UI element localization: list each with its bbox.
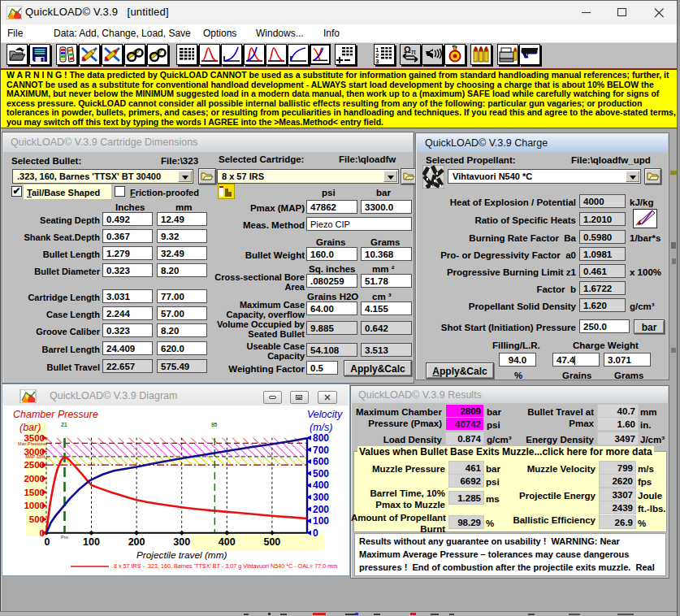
svg-text:500: 500 xyxy=(29,514,45,524)
svg-text:Projectile travel (mm): Projectile travel (mm) xyxy=(136,549,227,561)
svg-text:Ω: Ω xyxy=(404,45,411,54)
svg-text:1500: 1500 xyxy=(24,488,45,497)
svg-text:MA: MA xyxy=(39,463,46,468)
svg-text:1000: 1000 xyxy=(24,501,45,510)
svg-text:400: 400 xyxy=(313,479,329,491)
svg-text:500: 500 xyxy=(313,468,329,479)
svg-text:800: 800 xyxy=(313,432,329,444)
svg-text:100: 100 xyxy=(313,515,329,527)
svg-text:(bar): (bar) xyxy=(19,422,41,433)
svg-text:(m/s): (m/s) xyxy=(310,422,332,433)
svg-text:Chamber Pressure: Chamber Pressure xyxy=(13,409,98,420)
svg-text:600: 600 xyxy=(313,456,329,467)
svg-text:Max.Pressure: Max.Pressure xyxy=(18,441,45,446)
svg-text:Z1: Z1 xyxy=(61,422,67,427)
svg-text:0: 0 xyxy=(45,536,50,548)
svg-text:MAP-15%: MAP-15% xyxy=(25,454,45,459)
svg-text:π: π xyxy=(411,48,416,56)
svg-text:300: 300 xyxy=(173,536,190,548)
svg-text:700: 700 xyxy=(313,445,329,456)
svg-text:8 x 57 IRS - .323, 160, Barnes: 8 x 57 IRS - .323, 160, Barnes 'TTSX' BT… xyxy=(114,562,337,570)
svg-text:500: 500 xyxy=(263,536,280,548)
svg-text:200: 200 xyxy=(313,504,329,515)
svg-text:95: 95 xyxy=(211,422,218,427)
svg-text:0: 0 xyxy=(313,527,318,539)
svg-text:3: 3 xyxy=(375,58,379,64)
svg-text:2000: 2000 xyxy=(24,474,45,484)
svg-text:200: 200 xyxy=(128,536,145,548)
svg-text:100: 100 xyxy=(83,536,100,548)
svg-text:Pm: Pm xyxy=(61,535,68,540)
svg-text:300: 300 xyxy=(313,492,329,503)
svg-text:Velocity: Velocity xyxy=(307,409,343,420)
svg-text:400: 400 xyxy=(219,536,236,548)
